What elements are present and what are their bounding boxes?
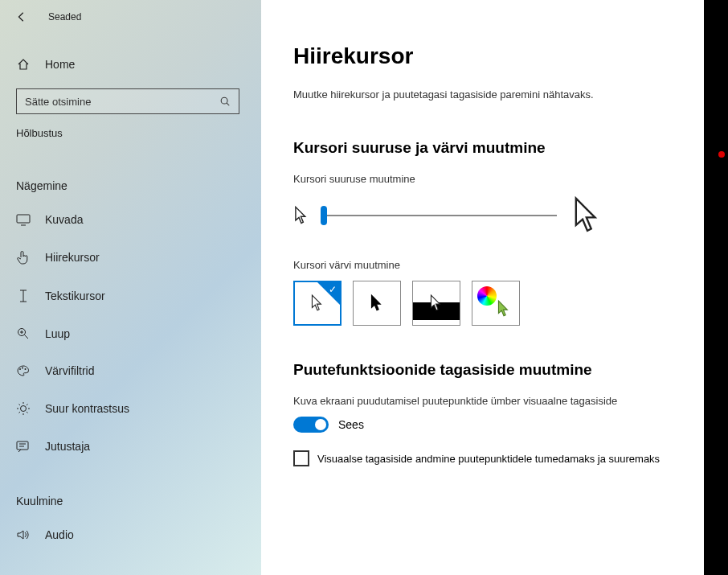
- svg-rect-23: [17, 442, 28, 450]
- display-icon: [16, 213, 31, 226]
- main-panel: Hiirekursor Muutke hiirekursor ja puutet…: [261, 0, 704, 575]
- svg-point-0: [221, 97, 227, 104]
- palette-icon: [16, 364, 31, 377]
- cursor-hand-icon: [16, 250, 31, 265]
- right-black-bar: [704, 0, 728, 575]
- touch-feedback-toggle[interactable]: [293, 417, 329, 433]
- color-label: Kursori värvi muutmine: [293, 259, 672, 271]
- svg-line-22: [27, 405, 28, 406]
- nav-hiirekursor[interactable]: Hiirekursor: [16, 240, 245, 274]
- slider-thumb[interactable]: [321, 206, 327, 225]
- section-size-color: Kursori suuruse ja värvi muutmine: [293, 139, 672, 157]
- svg-line-8: [25, 335, 29, 339]
- section-touch: Puutefunktsioonide tagasiside muutmine: [293, 361, 672, 379]
- nav-label: Luup: [45, 327, 70, 340]
- nav-label: Tekstikursor: [45, 290, 105, 302]
- brightness-icon: [16, 401, 31, 416]
- app-title: Seaded: [48, 11, 81, 23]
- darker-larger-checkbox[interactable]: [293, 450, 309, 466]
- cursor-color-custom[interactable]: [472, 281, 520, 326]
- cursor-small-icon: [293, 205, 309, 226]
- search-placeholder: Sätte otsimine: [25, 96, 91, 108]
- page-title: Hiirekursor: [293, 43, 672, 69]
- back-icon[interactable]: [16, 11, 27, 23]
- svg-point-13: [25, 368, 27, 370]
- text-cursor-icon: [16, 289, 31, 303]
- nav-label: Hiirekursor: [45, 251, 100, 264]
- narrator-icon: [16, 440, 31, 453]
- cursor-large-icon: [571, 195, 603, 236]
- sidebar: Seaded Home Sätte otsimine Hõlbustus Näg…: [0, 0, 261, 575]
- size-label: Kursori suuruse muutmine: [293, 173, 672, 185]
- touch-desc: Kuva ekraani puudutamisel puutepunktide …: [293, 395, 672, 407]
- checkbox-label: Visuaalse tagasiside andmine puutepunkti…: [317, 453, 660, 465]
- nav-home[interactable]: Home: [16, 55, 245, 74]
- nav-varvifiltrid[interactable]: Värvifiltrid: [16, 355, 245, 387]
- nav-luup[interactable]: Luup: [16, 318, 245, 350]
- svg-line-19: [19, 405, 21, 406]
- cursor-color-white[interactable]: ✓: [293, 281, 342, 326]
- cursor-size-slider[interactable]: [324, 215, 557, 216]
- red-indicator: [718, 151, 725, 158]
- toggle-state-label: Sees: [338, 418, 364, 431]
- svg-point-14: [21, 406, 27, 412]
- color-wheel-icon: [477, 286, 497, 306]
- checkmark-icon: ✓: [329, 284, 337, 295]
- category-label: Hõlbustus: [16, 127, 245, 139]
- nav-jutustaja[interactable]: Jutustaja: [16, 430, 245, 462]
- nav-suur-kontrastsus[interactable]: Suur kontrastsus: [16, 392, 245, 425]
- cursor-color-black[interactable]: [353, 281, 401, 326]
- nav-label: Audio: [45, 528, 74, 541]
- nav-label: Kuvada: [45, 213, 83, 226]
- search-input[interactable]: Sätte otsimine: [16, 88, 239, 114]
- section-seeing: Nägemine: [16, 179, 245, 192]
- nav-label: Värvifiltrid: [45, 364, 94, 377]
- section-hearing: Kuulmine: [16, 495, 245, 507]
- nav-tekstikursor[interactable]: Tekstikursor: [16, 279, 245, 313]
- nav-label: Suur kontrastsus: [45, 402, 129, 415]
- cursor-color-inverted[interactable]: [412, 281, 460, 326]
- audio-icon: [16, 528, 31, 541]
- svg-point-11: [19, 368, 21, 370]
- search-icon: [219, 96, 231, 107]
- svg-point-12: [22, 368, 23, 369]
- home-icon: [16, 58, 31, 71]
- magnifier-icon: [16, 327, 31, 340]
- nav-kuvada[interactable]: Kuvada: [16, 203, 245, 236]
- svg-line-20: [27, 412, 28, 413]
- nav-audio[interactable]: Audio: [16, 519, 245, 551]
- nav-label: Jutustaja: [45, 440, 90, 453]
- nav-home-label: Home: [45, 58, 75, 71]
- svg-rect-2: [17, 215, 30, 223]
- page-desc: Muutke hiirekursor ja puutetagasi tagasi…: [293, 88, 672, 101]
- svg-line-21: [19, 412, 21, 413]
- svg-line-1: [227, 103, 229, 105]
